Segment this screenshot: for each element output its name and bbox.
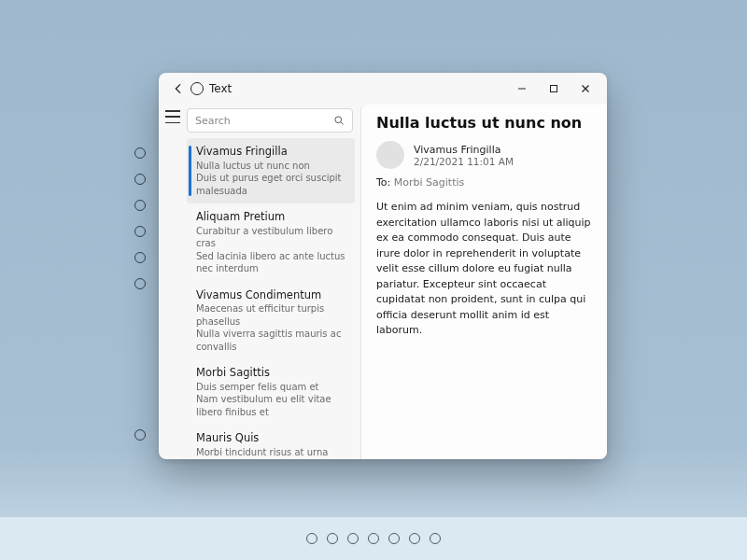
list-item-title: Vivamus Condimentum — [196, 288, 347, 303]
to-value: Morbi Sagittis — [394, 176, 464, 189]
list-item-line2: Duis semper felis quam et — [196, 381, 347, 394]
list-item-title: Morbi Sagittis — [196, 366, 347, 381]
circle-icon — [134, 174, 146, 185]
list-item-line3: Sed lacinia libero ac ante luctus nec in… — [196, 250, 347, 275]
taskbar-side-bottom — [134, 429, 146, 441]
dock-circle-icon[interactable] — [430, 533, 441, 544]
list-item-line2: Maecenas ut efficitur turpis phasellus — [196, 302, 347, 328]
search-icon — [333, 115, 345, 126]
dock-circle-icon[interactable] — [409, 533, 420, 544]
avatar — [376, 141, 404, 169]
list-item-line2: Nulla luctus ut nunc non — [196, 160, 347, 173]
circle-icon — [134, 200, 146, 211]
minimize-button[interactable] — [506, 77, 538, 101]
message-list: Vivamus FringillaNulla luctus ut nunc no… — [187, 138, 357, 459]
taskbar-side-indicators — [134, 147, 146, 289]
circle-icon — [134, 429, 146, 441]
list-item[interactable]: Aliquam PretiumCurabitur a vestibulum li… — [187, 203, 355, 282]
list-item-title: Vivamus Fringilla — [196, 145, 347, 160]
circle-icon — [134, 147, 146, 159]
message-from: Vivamus Fringilla — [414, 144, 514, 156]
dock-circle-icon[interactable] — [327, 533, 338, 544]
titlebar[interactable]: Text — [159, 73, 607, 105]
svg-line-3 — [341, 122, 344, 125]
message-detail-pane: Nulla luctus ut nunc non Vivamus Fringil… — [360, 105, 607, 459]
message-subject: Nulla luctus ut nunc non — [376, 114, 592, 132]
message-list-pane: Search Vivamus FringillaNulla luctus ut … — [187, 105, 360, 459]
circle-icon — [134, 252, 146, 263]
svg-point-2 — [335, 117, 342, 123]
window-title: Text — [209, 82, 232, 95]
hamburger-menu-button[interactable] — [165, 110, 180, 123]
message-to-line: To: Morbi Sagittis — [376, 176, 592, 189]
app-window: Text Search Vivamus FringillaNulla luctu… — [159, 73, 607, 459]
circle-icon — [134, 226, 146, 237]
to-label: To: — [376, 176, 390, 189]
list-item[interactable]: Mauris QuisMorbi tincidunt risus at urna… — [187, 425, 355, 459]
dock-circle-icon[interactable] — [388, 533, 400, 544]
list-item-line3: Nam vestibulum eu elit vitae libero fini… — [196, 393, 347, 418]
dock-circle-icon[interactable] — [306, 533, 317, 544]
bottom-dock — [0, 517, 747, 560]
list-item[interactable]: Vivamus CondimentumMaecenas ut efficitur… — [187, 282, 355, 360]
svg-rect-1 — [551, 86, 557, 92]
list-item-line2: Morbi tincidunt risus at urna — [196, 446, 347, 459]
dock-circle-icon[interactable] — [368, 533, 379, 544]
close-button[interactable] — [570, 77, 601, 101]
search-placeholder: Search — [195, 115, 333, 127]
dock-circle-icon[interactable] — [347, 533, 359, 544]
list-item-line3: Duis ut purus eget orci suscipit malesua… — [196, 172, 347, 197]
list-item[interactable]: Vivamus FringillaNulla luctus ut nunc no… — [187, 138, 355, 203]
back-button[interactable] — [168, 78, 189, 99]
search-input[interactable]: Search — [187, 108, 353, 133]
message-body: Ut enim ad minim veniam, quis nostrud ex… — [376, 200, 592, 339]
circle-icon — [134, 278, 146, 289]
maximize-button[interactable] — [538, 77, 570, 101]
list-item-line3: Aenean dolor metus tempor nulla ac dapib… — [196, 458, 347, 459]
list-item-line2: Curabitur a vestibulum libero cras — [196, 225, 347, 250]
list-item-title: Mauris Quis — [196, 431, 347, 446]
message-date: 2/21/2021 11:01 AM — [414, 156, 514, 167]
app-icon — [190, 82, 204, 95]
list-item-title: Aliquam Pretium — [196, 210, 347, 225]
list-item[interactable]: Morbi SagittisDuis semper felis quam etN… — [187, 359, 355, 425]
list-item-line3: Nulla viverra sagittis mauris ac convall… — [196, 328, 347, 353]
